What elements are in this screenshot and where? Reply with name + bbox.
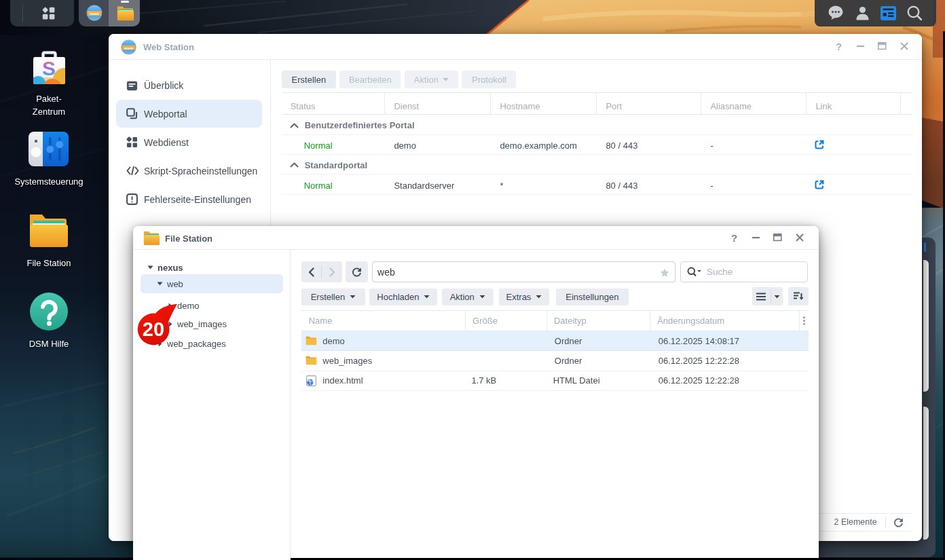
svg-text:20: 20 bbox=[143, 318, 164, 340]
svg-text:www: www bbox=[90, 12, 100, 16]
svg-text:www: www bbox=[124, 45, 134, 50]
svg-text:S: S bbox=[42, 57, 56, 79]
